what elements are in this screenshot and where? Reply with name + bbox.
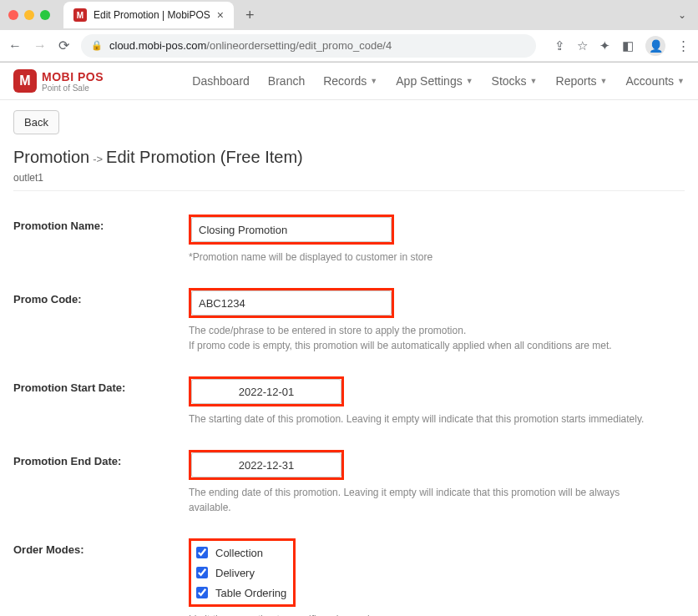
back-icon[interactable]: ←: [8, 38, 22, 53]
caret-icon: ▼: [600, 77, 608, 85]
close-window-icon[interactable]: [8, 10, 18, 20]
back-button[interactable]: Back: [13, 110, 59, 134]
help-order-modes: Limit the promotion to specific order mo…: [189, 612, 656, 616]
start-date-input[interactable]: [191, 379, 341, 404]
order-mode-collection[interactable]: Collection: [191, 543, 291, 563]
app-nav: M MOBI POS Point of Sale Dashboard Branc…: [0, 63, 698, 100]
checkbox-collection[interactable]: [196, 547, 208, 558]
caret-icon: ▼: [677, 77, 685, 85]
nav-accounts[interactable]: Accounts▼: [625, 74, 685, 88]
promo-code-input[interactable]: [191, 290, 392, 316]
label-end-date: Promotion End Date:: [13, 450, 189, 467]
panel-icon[interactable]: ◧: [622, 38, 634, 53]
caret-icon: ▼: [466, 77, 473, 85]
minimize-window-icon[interactable]: [24, 10, 34, 20]
end-date-input[interactable]: [191, 452, 341, 477]
new-tab-button[interactable]: +: [239, 7, 261, 24]
tabs-menu-icon[interactable]: ⌄: [678, 9, 698, 21]
nav-branch[interactable]: Branch: [268, 74, 305, 88]
logo-title: MOBI POS: [42, 70, 104, 83]
promotion-name-input[interactable]: [191, 217, 392, 242]
nav-app-settings[interactable]: App Settings▼: [396, 74, 473, 88]
browser-chrome: M Edit Promotion | MobiPOS × + ⌄ ← → ⟳ 🔒…: [0, 0, 698, 63]
help-promo-code: The code/phrase to be entered in store t…: [189, 323, 656, 353]
help-start-date: The starting date of this promotion. Lea…: [189, 412, 656, 427]
tab-title: Edit Promotion | MobiPOS: [94, 9, 210, 21]
checkbox-delivery[interactable]: [196, 567, 208, 578]
caret-icon: ▼: [530, 77, 538, 85]
app-logo[interactable]: M MOBI POS Point of Sale: [13, 69, 104, 93]
order-mode-table[interactable]: Table Ordering: [191, 583, 291, 603]
checkbox-table[interactable]: [196, 587, 208, 598]
order-mode-delivery[interactable]: Delivery: [191, 563, 291, 583]
favicon-icon: M: [73, 8, 87, 22]
outlet-name: outlet1: [13, 172, 685, 191]
url-text: cloud.mobi-pos.com/onlineordersetting/ed…: [109, 39, 392, 52]
close-tab-icon[interactable]: ×: [217, 8, 224, 22]
share-icon[interactable]: ⇪: [554, 38, 565, 53]
menu-icon[interactable]: ⋮: [677, 38, 690, 53]
label-start-date: Promotion Start Date:: [13, 376, 189, 394]
caret-icon: ▼: [370, 77, 377, 85]
label-promotion-name: Promotion Name:: [13, 215, 189, 232]
nav-dashboard[interactable]: Dashboard: [192, 74, 250, 88]
label-order-modes: Order Modes:: [13, 538, 189, 556]
nav-records[interactable]: Records▼: [323, 74, 377, 88]
profile-avatar[interactable]: 👤: [645, 36, 665, 56]
page-title: Promotion->Edit Promotion (Free Item): [13, 134, 685, 172]
reload-icon[interactable]: ⟳: [58, 38, 69, 53]
nav-reports[interactable]: Reports▼: [556, 74, 608, 88]
help-end-date: The ending date of this promotion. Leavi…: [189, 485, 656, 515]
logo-subtitle: Point of Sale: [42, 83, 104, 93]
lock-icon: 🔒: [91, 40, 103, 51]
fullscreen-window-icon[interactable]: [40, 10, 50, 20]
window-controls[interactable]: [8, 10, 58, 20]
nav-stocks[interactable]: Stocks▼: [492, 74, 538, 88]
forward-icon: →: [33, 38, 47, 53]
browser-tab[interactable]: M Edit Promotion | MobiPOS ×: [63, 2, 234, 28]
logo-icon: M: [13, 69, 37, 93]
bookmark-icon[interactable]: ☆: [577, 38, 588, 53]
help-promotion-name: *Promotion name will be displayed to cus…: [189, 250, 656, 265]
label-promo-code: Promo Code:: [13, 288, 189, 305]
extensions-icon[interactable]: ✦: [599, 38, 610, 53]
address-bar[interactable]: 🔒 cloud.mobi-pos.com/onlineordersetting/…: [81, 34, 536, 58]
